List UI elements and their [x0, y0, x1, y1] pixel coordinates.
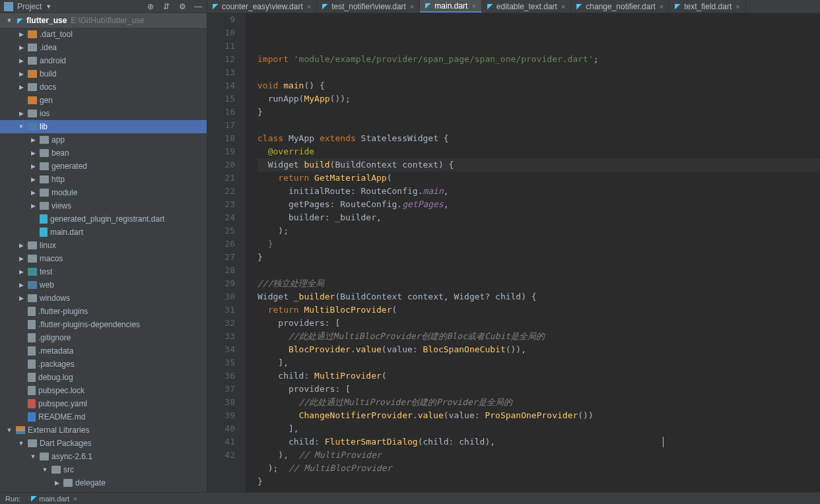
tree-item[interactable]: ▼async-2.6.1	[0, 450, 207, 463]
tree-item[interactable]: README.md	[0, 410, 207, 424]
chevron-down-icon: ▼	[5, 17, 13, 24]
file-icon	[28, 386, 36, 395]
file-icon	[28, 412, 36, 422]
chevron-right-icon: ▶	[29, 150, 37, 156]
editor-tab[interactable]: ◤test_notifier\view.dart×	[317, 0, 420, 13]
editor-tab[interactable]: ◤text_field.dart×	[669, 0, 745, 13]
project-path: E:\GitHub\flutter_use	[71, 16, 144, 25]
line-number: 19	[207, 145, 235, 158]
tree-item[interactable]: .metadata	[0, 344, 207, 358]
close-icon[interactable]: ×	[307, 3, 311, 11]
file-icon	[28, 320, 36, 329]
chevron-down-icon: ▼	[17, 440, 25, 447]
tree-item[interactable]: ▶http	[0, 173, 207, 186]
line-number: 41	[207, 435, 235, 449]
close-icon[interactable]: ×	[73, 495, 77, 503]
close-icon[interactable]: ×	[471, 2, 475, 10]
editor-tab[interactable]: ◤change_notifier.dart×	[571, 0, 669, 13]
tree-item[interactable]: ▶test	[0, 265, 207, 278]
code-line: return GetMaterialApp(	[257, 172, 820, 185]
line-number: 13	[207, 66, 235, 79]
file-tree[interactable]: ▶.dart_tool▶.idea▶android▶build▶docsgen▶…	[0, 28, 207, 492]
chevron-right-icon: ▶	[17, 71, 25, 77]
code-line: import 'module/example/provider/span_pag…	[257, 53, 820, 66]
tree-item[interactable]: .flutter-plugins-dependencies	[0, 318, 207, 331]
tree-item[interactable]: ▼Dart Packages	[0, 437, 207, 450]
editor-tab[interactable]: ◤editable_text.dart×	[482, 0, 572, 13]
tree-item[interactable]: ▶build	[0, 67, 207, 80]
code-line: child: FlutterSmartDialog(child: child),	[257, 435, 820, 449]
chevron-right-icon: ▶	[17, 57, 25, 64]
line-number: 16	[207, 106, 235, 119]
tree-item[interactable]: .packages	[0, 358, 207, 371]
dropdown-arrow-icon[interactable]: ▼	[46, 3, 51, 10]
line-gutter: 9101112131415161718192021222324252627282…	[207, 13, 246, 492]
hide-icon[interactable]: —	[193, 2, 203, 11]
tree-item[interactable]: pubspec.yaml	[0, 397, 207, 410]
tree-item[interactable]: .flutter-plugins	[0, 305, 207, 318]
dart-file-icon: ◤	[576, 2, 582, 11]
chevron-right-icon: ▶	[17, 84, 25, 90]
tree-item[interactable]: ▶ios	[0, 107, 207, 120]
code-line: //此处通过MultiBlocProvider创建的Bloc或者Cubit是全局…	[257, 330, 820, 343]
tree-item[interactable]: ▶generated	[0, 160, 207, 173]
settings-icon[interactable]: ⚙	[178, 2, 187, 11]
code-line: }	[257, 475, 820, 488]
flutter-icon: ◤	[17, 16, 22, 25]
run-config[interactable]: main.dart	[39, 495, 69, 503]
close-icon[interactable]: ×	[410, 3, 414, 11]
tree-item[interactable]: ▶web	[0, 278, 207, 292]
tree-item[interactable]: ▶delegate	[0, 476, 207, 489]
tree-item[interactable]: ▶macos	[0, 252, 207, 265]
tree-item[interactable]: ▶views	[0, 199, 207, 212]
line-number: 25	[207, 224, 235, 237]
tree-item[interactable]: ▶linux	[0, 239, 207, 252]
tree-item[interactable]: ▼src	[0, 463, 207, 476]
editor-tab[interactable]: ◤main.dart×	[420, 0, 481, 13]
tree-item[interactable]: pubspec.lock	[0, 384, 207, 397]
tree-item-label: External Libraries	[28, 425, 89, 435]
tree-item[interactable]: ▶.idea	[0, 41, 207, 54]
folder-icon	[28, 268, 37, 276]
code-editor[interactable]: 9101112131415161718192021222324252627282…	[207, 13, 820, 492]
code-line: @override	[257, 145, 820, 158]
chevron-right-icon: ▶	[17, 255, 25, 262]
tree-item[interactable]: ▶.dart_tool	[0, 28, 207, 41]
line-number: 35	[207, 356, 235, 369]
close-icon[interactable]: ×	[660, 3, 664, 11]
tree-item[interactable]: ▶docs	[0, 80, 207, 94]
code-content[interactable]: import 'module/example/provider/span_pag…	[246, 13, 820, 492]
tree-item[interactable]: gen	[0, 94, 207, 107]
folder-icon	[28, 57, 37, 65]
code-line	[257, 488, 820, 492]
tree-item[interactable]: ▶bean	[0, 146, 207, 160]
chevron-right-icon: ▶	[29, 137, 37, 143]
tree-item[interactable]: main.dart	[0, 226, 207, 239]
folder-icon	[40, 162, 49, 170]
close-icon[interactable]: ×	[735, 3, 739, 11]
close-icon[interactable]: ×	[561, 3, 565, 11]
code-line: ChangeNotifierProvider.value(value: ProS…	[257, 409, 820, 422]
line-number: 12	[207, 53, 235, 66]
folder-icon	[28, 30, 37, 38]
code-line	[257, 264, 820, 277]
tree-item[interactable]: ▶android	[0, 54, 207, 67]
line-number: 24	[207, 211, 235, 224]
library-icon	[16, 426, 25, 434]
expand-icon[interactable]: ⇵	[162, 2, 171, 11]
tree-item[interactable]: ▼lib	[0, 120, 207, 133]
tree-item[interactable]: ▶app	[0, 133, 207, 146]
tab-label: text_field.dart	[684, 2, 732, 11]
locate-icon[interactable]: ⊕	[146, 2, 155, 11]
code-line: providers: [	[257, 317, 820, 330]
tree-item[interactable]: ▶module	[0, 186, 207, 199]
tree-item[interactable]: ▼External Libraries	[0, 424, 207, 437]
tree-item[interactable]: generated_plugin_registrant.dart	[0, 212, 207, 226]
line-number: 39	[207, 409, 235, 422]
editor-tab[interactable]: ◤counter_easy\view.dart×	[207, 0, 317, 13]
tree-item[interactable]: debug.log	[0, 371, 207, 384]
project-root[interactable]: ▼ ◤ flutter_use E:\GitHub\flutter_use	[0, 13, 207, 28]
tree-item[interactable]: ▶windows	[0, 292, 207, 305]
line-number: 14	[207, 79, 235, 92]
tree-item[interactable]: .gitignore	[0, 331, 207, 344]
